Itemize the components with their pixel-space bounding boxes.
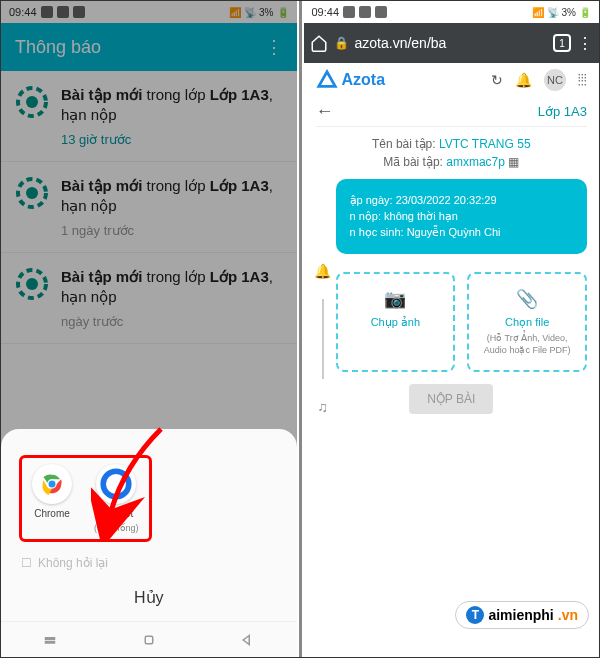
app-label: Chrome: [34, 508, 70, 519]
submit-button[interactable]: NỘP BÀI: [409, 384, 493, 414]
attachment-icon: 📎: [477, 288, 577, 310]
home-icon[interactable]: [140, 631, 158, 649]
status-bar: 09:44 📶📡3%🔋: [304, 1, 600, 23]
cancel-button[interactable]: Hủy: [1, 574, 297, 621]
bell-icon[interactable]: 🔔: [515, 72, 532, 88]
right-phone: 09:44 📶📡3%🔋 🔒 azota.vn/en/ba 1 ⋮ Azota ↻…: [304, 1, 600, 657]
chrome-app[interactable]: Chrome: [32, 464, 72, 533]
page-header: Azota ↻ 🔔 NC ⦙⦙⦙: [316, 69, 588, 97]
assignment-card: ập ngày: 23/03/2022 20:32:29 n nộp: khôn…: [336, 179, 588, 254]
capture-photo-button[interactable]: 📷 Chụp ảnh: [336, 272, 456, 372]
camera-icon: 📷: [346, 288, 446, 310]
dont-ask-row[interactable]: ☐ Không hỏi lại: [1, 552, 297, 574]
back-icon[interactable]: [238, 631, 256, 649]
home-icon[interactable]: [310, 34, 328, 52]
url-bar[interactable]: 🔒 azota.vn/en/ba: [334, 35, 548, 51]
status-battery: 3%: [562, 7, 576, 18]
system-nav: [1, 621, 297, 657]
apps-icon[interactable]: ⦙⦙⦙: [578, 72, 587, 89]
more-icon[interactable]: ⋮: [577, 34, 593, 53]
status-time: 09:44: [312, 6, 340, 18]
avatar[interactable]: NC: [544, 69, 566, 91]
svg-rect-11: [46, 641, 55, 643]
azota-logo[interactable]: Azota: [316, 69, 386, 91]
left-phone: 09:44 📶📡3%🔋 Thông báo ⋮ Bài tập mới tron…: [1, 1, 297, 657]
svg-rect-10: [46, 637, 55, 639]
class-name: Lớp 1A3: [538, 104, 587, 119]
recents-icon[interactable]: [41, 631, 59, 649]
tab-count[interactable]: 1: [553, 34, 571, 52]
back-arrow-icon[interactable]: ←: [316, 101, 334, 122]
refresh-icon[interactable]: ↻: [491, 72, 503, 88]
bell-icon[interactable]: 🔔: [314, 263, 331, 279]
watermark: T aimienphi.vn: [455, 601, 589, 629]
browser-toolbar: 🔒 azota.vn/en/ba 1 ⋮: [304, 23, 600, 63]
floating-sidebar: 🔔 ♫: [312, 263, 334, 415]
annotation-arrow: [91, 419, 181, 539]
checkbox-icon: ☐: [21, 556, 32, 570]
qr-icon[interactable]: ▦: [508, 155, 519, 169]
lock-icon: 🔒: [334, 36, 349, 50]
assignment-info: Tên bài tập: LVTC TRANG 55 Mã bài tập: a…: [316, 126, 588, 179]
music-icon[interactable]: ♫: [317, 399, 328, 415]
choose-file-button[interactable]: 📎 Chọn file (Hỗ Trợ Ảnh, Video, Audio ho…: [467, 272, 587, 372]
svg-rect-12: [145, 636, 153, 644]
chrome-icon: [32, 464, 72, 504]
